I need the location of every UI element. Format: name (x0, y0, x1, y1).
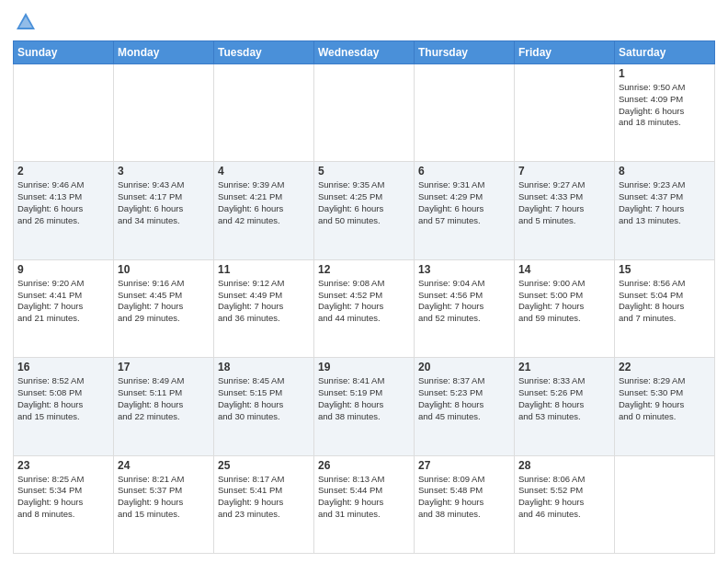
day-info: Sunrise: 9:04 AM Sunset: 4:56 PM Dayligh… (418, 278, 510, 325)
day-number: 4 (218, 165, 310, 178)
day-info: Sunrise: 8:37 AM Sunset: 5:23 PM Dayligh… (418, 375, 510, 422)
day-info: Sunrise: 8:33 AM Sunset: 5:26 PM Dayligh… (518, 375, 610, 422)
day-number: 16 (17, 361, 109, 373)
day-number: 3 (118, 165, 210, 178)
day-info: Sunrise: 9:16 AM Sunset: 4:45 PM Dayligh… (118, 278, 210, 325)
calendar-cell: 7Sunrise: 9:27 AM Sunset: 4:33 PM Daylig… (515, 162, 615, 259)
logo (13, 9, 42, 35)
calendar-cell: 13Sunrise: 9:04 AM Sunset: 4:56 PM Dayli… (415, 259, 515, 357)
day-info: Sunrise: 9:27 AM Sunset: 4:33 PM Dayligh… (518, 179, 610, 226)
calendar-cell: 14Sunrise: 9:00 AM Sunset: 5:00 PM Dayli… (515, 259, 615, 357)
day-info: Sunrise: 8:13 AM Sunset: 5:44 PM Dayligh… (318, 474, 410, 521)
calendar-cell: 3Sunrise: 9:43 AM Sunset: 4:17 PM Daylig… (114, 162, 214, 259)
day-info: Sunrise: 8:06 AM Sunset: 5:52 PM Dayligh… (518, 474, 610, 521)
day-number: 8 (619, 165, 711, 178)
header-thursday: Thursday (415, 41, 515, 64)
header (13, 9, 715, 35)
header-sunday: Sunday (14, 41, 114, 64)
day-number: 19 (318, 361, 410, 373)
day-number: 27 (418, 459, 510, 472)
day-info: Sunrise: 8:25 AM Sunset: 5:34 PM Dayligh… (17, 474, 109, 521)
day-info: Sunrise: 9:12 AM Sunset: 4:49 PM Dayligh… (218, 278, 310, 325)
day-info: Sunrise: 9:50 AM Sunset: 4:09 PM Dayligh… (619, 82, 711, 129)
calendar-cell: 17Sunrise: 8:49 AM Sunset: 5:11 PM Dayli… (114, 358, 214, 455)
day-info: Sunrise: 8:41 AM Sunset: 5:19 PM Dayligh… (318, 375, 410, 422)
calendar-body: 1Sunrise: 9:50 AM Sunset: 4:09 PM Daylig… (14, 64, 715, 554)
calendar-header: Sunday Monday Tuesday Wednesday Thursday… (14, 41, 715, 64)
day-info: Sunrise: 9:20 AM Sunset: 4:41 PM Dayligh… (17, 278, 109, 325)
logo-icon (13, 9, 39, 35)
calendar-cell (615, 455, 715, 553)
day-info: Sunrise: 9:43 AM Sunset: 4:17 PM Dayligh… (118, 179, 210, 226)
day-number: 22 (619, 361, 711, 373)
calendar-cell: 28Sunrise: 8:06 AM Sunset: 5:52 PM Dayli… (515, 455, 615, 553)
calendar-cell: 10Sunrise: 9:16 AM Sunset: 4:45 PM Dayli… (114, 259, 214, 357)
day-info: Sunrise: 9:46 AM Sunset: 4:13 PM Dayligh… (17, 179, 109, 226)
calendar-cell: 12Sunrise: 9:08 AM Sunset: 4:52 PM Dayli… (314, 259, 415, 357)
calendar-cell (214, 64, 314, 162)
day-number: 24 (118, 459, 210, 472)
calendar-week-1: 2Sunrise: 9:46 AM Sunset: 4:13 PM Daylig… (14, 162, 715, 259)
day-number: 15 (619, 263, 711, 276)
calendar-cell: 16Sunrise: 8:52 AM Sunset: 5:08 PM Dayli… (14, 358, 114, 455)
header-friday: Friday (515, 41, 615, 64)
day-info: Sunrise: 9:23 AM Sunset: 4:37 PM Dayligh… (619, 179, 711, 226)
calendar-cell: 5Sunrise: 9:35 AM Sunset: 4:25 PM Daylig… (314, 162, 415, 259)
day-number: 9 (17, 263, 109, 276)
calendar-cell: 18Sunrise: 8:45 AM Sunset: 5:15 PM Dayli… (214, 358, 314, 455)
day-info: Sunrise: 9:39 AM Sunset: 4:21 PM Dayligh… (218, 179, 310, 226)
day-info: Sunrise: 8:49 AM Sunset: 5:11 PM Dayligh… (118, 375, 210, 422)
calendar-cell: 15Sunrise: 8:56 AM Sunset: 5:04 PM Dayli… (615, 259, 715, 357)
day-number: 13 (418, 263, 510, 276)
calendar-cell (515, 64, 615, 162)
calendar-cell: 22Sunrise: 8:29 AM Sunset: 5:30 PM Dayli… (615, 358, 715, 455)
calendar-cell: 19Sunrise: 8:41 AM Sunset: 5:19 PM Dayli… (314, 358, 415, 455)
calendar-cell (415, 64, 515, 162)
calendar-cell: 20Sunrise: 8:37 AM Sunset: 5:23 PM Dayli… (415, 358, 515, 455)
calendar-cell: 25Sunrise: 8:17 AM Sunset: 5:41 PM Dayli… (214, 455, 314, 553)
day-number: 6 (418, 165, 510, 178)
calendar-cell: 11Sunrise: 9:12 AM Sunset: 4:49 PM Dayli… (214, 259, 314, 357)
calendar-week-0: 1Sunrise: 9:50 AM Sunset: 4:09 PM Daylig… (14, 64, 715, 162)
day-number: 17 (118, 361, 210, 373)
day-number: 25 (218, 459, 310, 472)
day-number: 7 (518, 165, 610, 178)
day-info: Sunrise: 8:29 AM Sunset: 5:30 PM Dayligh… (619, 375, 711, 422)
calendar-cell: 2Sunrise: 9:46 AM Sunset: 4:13 PM Daylig… (14, 162, 114, 259)
calendar-cell: 26Sunrise: 8:13 AM Sunset: 5:44 PM Dayli… (314, 455, 415, 553)
day-number: 23 (17, 459, 109, 472)
calendar-cell: 6Sunrise: 9:31 AM Sunset: 4:29 PM Daylig… (415, 162, 515, 259)
day-info: Sunrise: 8:17 AM Sunset: 5:41 PM Dayligh… (218, 474, 310, 521)
day-number: 14 (518, 263, 610, 276)
day-number: 5 (318, 165, 410, 178)
calendar-cell: 24Sunrise: 8:21 AM Sunset: 5:37 PM Dayli… (114, 455, 214, 553)
day-info: Sunrise: 8:56 AM Sunset: 5:04 PM Dayligh… (619, 278, 711, 325)
header-wednesday: Wednesday (314, 41, 415, 64)
calendar-cell: 23Sunrise: 8:25 AM Sunset: 5:34 PM Dayli… (14, 455, 114, 553)
day-info: Sunrise: 9:35 AM Sunset: 4:25 PM Dayligh… (318, 179, 410, 226)
header-saturday: Saturday (615, 41, 715, 64)
day-info: Sunrise: 9:00 AM Sunset: 5:00 PM Dayligh… (518, 278, 610, 325)
calendar-week-4: 23Sunrise: 8:25 AM Sunset: 5:34 PM Dayli… (14, 455, 715, 553)
day-number: 1 (619, 67, 711, 80)
day-info: Sunrise: 8:09 AM Sunset: 5:48 PM Dayligh… (418, 474, 510, 521)
day-number: 18 (218, 361, 310, 373)
calendar-cell: 21Sunrise: 8:33 AM Sunset: 5:26 PM Dayli… (515, 358, 615, 455)
calendar-cell: 27Sunrise: 8:09 AM Sunset: 5:48 PM Dayli… (415, 455, 515, 553)
calendar-table: Sunday Monday Tuesday Wednesday Thursday… (13, 40, 715, 554)
header-tuesday: Tuesday (214, 41, 314, 64)
calendar-cell: 8Sunrise: 9:23 AM Sunset: 4:37 PM Daylig… (615, 162, 715, 259)
day-number: 10 (118, 263, 210, 276)
day-info: Sunrise: 9:31 AM Sunset: 4:29 PM Dayligh… (418, 179, 510, 226)
calendar-week-3: 16Sunrise: 8:52 AM Sunset: 5:08 PM Dayli… (14, 358, 715, 455)
day-number: 2 (17, 165, 109, 178)
calendar-cell: 1Sunrise: 9:50 AM Sunset: 4:09 PM Daylig… (615, 64, 715, 162)
day-number: 11 (218, 263, 310, 276)
day-info: Sunrise: 8:45 AM Sunset: 5:15 PM Dayligh… (218, 375, 310, 422)
page: Sunday Monday Tuesday Wednesday Thursday… (0, 0, 728, 563)
day-info: Sunrise: 8:52 AM Sunset: 5:08 PM Dayligh… (17, 375, 109, 422)
calendar-cell (14, 64, 114, 162)
calendar-cell (114, 64, 214, 162)
weekday-header-row: Sunday Monday Tuesday Wednesday Thursday… (14, 41, 715, 64)
day-number: 26 (318, 459, 410, 472)
